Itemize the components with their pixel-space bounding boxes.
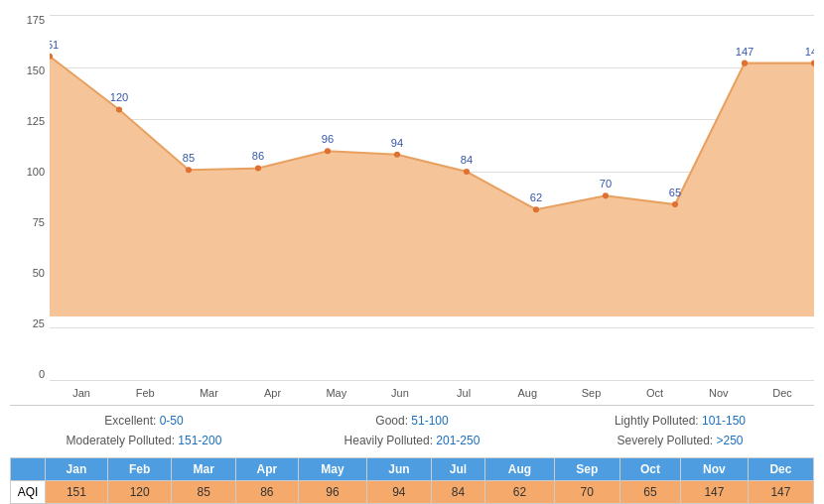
y-label-100: 100 xyxy=(27,167,45,178)
x-label-mar: Mar xyxy=(177,387,240,399)
svg-point-20 xyxy=(742,61,748,66)
table-header-dec: Dec xyxy=(748,458,813,481)
legend-severely: Severely Polluted: >250 xyxy=(546,434,814,447)
svg-text:151: 151 xyxy=(50,39,59,51)
x-label-nov: Nov xyxy=(687,387,751,399)
svg-point-18 xyxy=(672,201,678,207)
svg-text:65: 65 xyxy=(669,187,681,198)
y-label-125: 125 xyxy=(27,116,45,127)
table-value-oct: 65 xyxy=(619,481,680,504)
table-header-jan: Jan xyxy=(46,458,108,481)
svg-text:86: 86 xyxy=(252,150,264,162)
x-label-jul: Jul xyxy=(432,387,495,399)
table-value-feb: 120 xyxy=(107,481,172,504)
table-value-apr: 86 xyxy=(235,481,298,504)
legend-excellent: Excellent: 0-50 xyxy=(10,414,278,428)
table-value-dec: 147 xyxy=(748,481,813,504)
x-label-sep: Sep xyxy=(559,387,622,399)
legend-good: Good: 51-100 xyxy=(278,414,546,428)
table-header-feb: Feb xyxy=(107,458,172,481)
grid-line xyxy=(50,327,814,328)
svg-point-14 xyxy=(533,206,539,212)
table-header-mar: Mar xyxy=(172,458,236,481)
table-header-oct: Oct xyxy=(619,458,680,481)
table-value-jan: 151 xyxy=(46,481,108,504)
table-header-aug: Aug xyxy=(485,458,554,481)
data-table-container: JanFebMarAprMayJunJulAugSepOctNovDecAQI1… xyxy=(10,455,814,504)
svg-text:96: 96 xyxy=(322,133,334,145)
svg-point-12 xyxy=(464,169,470,175)
table-value-may: 96 xyxy=(298,481,366,504)
table-header-jul: Jul xyxy=(431,458,485,481)
svg-point-10 xyxy=(394,152,400,158)
svg-point-16 xyxy=(603,192,609,198)
svg-text:70: 70 xyxy=(600,178,612,189)
table-value-jun: 94 xyxy=(367,481,432,504)
x-label-dec: Dec xyxy=(751,387,814,399)
legend-area: Excellent: 0-50 Good: 51-100 Lightly Pol… xyxy=(10,405,814,455)
table-value-sep: 70 xyxy=(554,481,619,504)
y-label-25: 25 xyxy=(33,318,45,329)
svg-text:84: 84 xyxy=(461,154,473,166)
line-chart: 1511208586969484627065147147 xyxy=(50,15,814,316)
table-value-mar: 85 xyxy=(172,481,236,504)
svg-point-4 xyxy=(186,167,192,173)
x-label-oct: Oct xyxy=(623,387,687,399)
x-label-may: May xyxy=(305,387,368,399)
aqi-table: JanFebMarAprMayJunJulAugSepOctNovDecAQI1… xyxy=(10,457,814,504)
chart-inner: 1511208586969484627065147147 JanFebMarAp… xyxy=(50,10,814,405)
svg-point-8 xyxy=(325,148,331,154)
svg-text:62: 62 xyxy=(530,191,542,203)
svg-text:94: 94 xyxy=(391,137,403,149)
y-label-175: 175 xyxy=(27,15,45,26)
x-label-jun: Jun xyxy=(368,387,432,399)
table-value-nov: 147 xyxy=(681,481,749,504)
x-label-apr: Apr xyxy=(241,387,305,399)
y-label-150: 150 xyxy=(27,65,45,76)
legend-moderately: Moderately Polluted: 151-200 xyxy=(10,434,278,447)
y-label-0: 0 xyxy=(39,369,45,380)
chart-container: 175 150 125 100 75 50 25 0 1511208586969… xyxy=(0,0,824,504)
table-header-nov: Nov xyxy=(681,458,749,481)
table-value-jul: 84 xyxy=(431,481,485,504)
svg-text:120: 120 xyxy=(110,91,129,103)
table-aqi-label: AQI xyxy=(11,481,46,504)
x-label-aug: Aug xyxy=(495,387,559,399)
chart-area: 175 150 125 100 75 50 25 0 1511208586969… xyxy=(10,10,814,405)
table-value-aug: 62 xyxy=(485,481,554,504)
legend-lightly: Lightly Polluted: 101-150 xyxy=(546,414,814,428)
table-header-apr: Apr xyxy=(235,458,298,481)
table-header-jun: Jun xyxy=(367,458,432,481)
svg-point-6 xyxy=(255,166,261,172)
x-labels: JanFebMarAprMayJunJulAugSepOctNovDec xyxy=(50,380,814,405)
svg-text:147: 147 xyxy=(736,46,755,58)
x-label-jan: Jan xyxy=(50,387,113,399)
legend-row-2: Moderately Polluted: 151-200 Heavily Pol… xyxy=(10,431,814,450)
table-header-may: May xyxy=(298,458,366,481)
table-header-sep: Sep xyxy=(554,458,619,481)
svg-text:147: 147 xyxy=(805,46,814,58)
legend-row-1: Excellent: 0-50 Good: 51-100 Lightly Pol… xyxy=(10,411,814,431)
legend-heavily: Heavily Polluted: 201-250 xyxy=(278,434,546,447)
table-header-aqi xyxy=(11,458,46,481)
y-label-75: 75 xyxy=(33,217,45,228)
y-label-50: 50 xyxy=(33,268,45,279)
x-label-feb: Feb xyxy=(113,387,177,399)
svg-text:85: 85 xyxy=(183,152,195,164)
svg-point-2 xyxy=(116,106,122,112)
y-axis: 175 150 125 100 75 50 25 0 xyxy=(10,10,50,405)
